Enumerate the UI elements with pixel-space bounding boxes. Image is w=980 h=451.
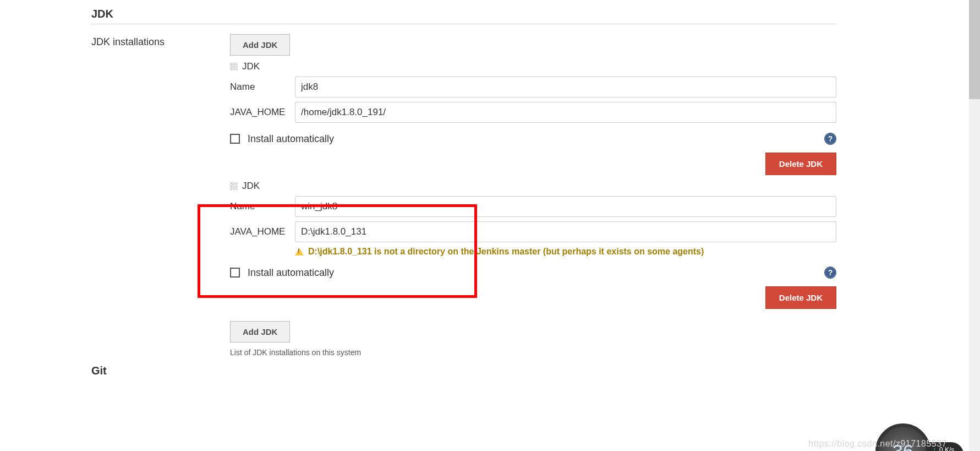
install-auto-row: Install automatically ? bbox=[230, 133, 836, 145]
install-auto-label[interactable]: Install automatically bbox=[248, 133, 334, 145]
javahome-field-row: JAVA_HOME bbox=[230, 221, 836, 242]
javahome-field-row: JAVA_HOME bbox=[230, 102, 836, 123]
jdk-home-input[interactable] bbox=[295, 221, 836, 242]
help-icon[interactable]: ? bbox=[824, 133, 836, 145]
section-heading-git: Git bbox=[91, 357, 836, 377]
jdk-name-input[interactable] bbox=[295, 196, 836, 217]
jdk-tool-block: JDK Name JAVA_HOME bbox=[230, 181, 836, 309]
jdk-tool-block: JDK Name JAVA_HOME bbox=[230, 61, 836, 175]
name-field-row: Name bbox=[230, 196, 836, 217]
delete-jdk-button[interactable]: Delete JDK bbox=[765, 153, 836, 175]
install-auto-label[interactable]: Install automatically bbox=[248, 267, 334, 279]
jdk-help-text: List of JDK installations on this system bbox=[230, 348, 836, 357]
jdk-name-input[interactable] bbox=[295, 77, 836, 97]
section-heading-jdk: JDK bbox=[91, 0, 836, 24]
section-jdk: JDK JDK installations Add JDK JDK Name bbox=[91, 0, 836, 357]
tool-header: JDK bbox=[230, 61, 836, 72]
jdk-home-input[interactable] bbox=[295, 102, 836, 123]
javahome-label: JAVA_HOME bbox=[230, 226, 295, 237]
warning-row: D:\jdk1.8.0_131 is not a directory on th… bbox=[295, 247, 836, 257]
tool-title: JDK bbox=[242, 181, 260, 192]
delete-jdk-button[interactable]: Delete JDK bbox=[765, 286, 836, 309]
jdk-installations-row: JDK installations Add JDK JDK Name bbox=[91, 24, 836, 357]
warning-icon bbox=[295, 248, 304, 256]
vertical-scrollbar[interactable] bbox=[969, 0, 980, 377]
warning-text: D:\jdk1.8.0_131 is not a directory on th… bbox=[308, 247, 704, 257]
drag-handle-icon[interactable] bbox=[230, 182, 238, 190]
tool-header: JDK bbox=[230, 181, 836, 192]
install-auto-checkbox[interactable] bbox=[230, 134, 240, 144]
install-auto-checkbox[interactable] bbox=[230, 268, 240, 278]
help-icon[interactable]: ? bbox=[824, 267, 836, 279]
add-jdk-button-bottom[interactable]: Add JDK bbox=[230, 321, 290, 343]
jdk-installations-label: JDK installations bbox=[91, 34, 230, 48]
scroll-thumb[interactable] bbox=[969, 0, 980, 99]
install-auto-row: Install automatically ? bbox=[230, 267, 836, 279]
add-jdk-button-top[interactable]: Add JDK bbox=[230, 34, 290, 56]
name-label: Name bbox=[230, 201, 295, 212]
tool-title: JDK bbox=[242, 61, 260, 72]
name-label: Name bbox=[230, 81, 295, 93]
drag-handle-icon[interactable] bbox=[230, 63, 238, 70]
javahome-label: JAVA_HOME bbox=[230, 107, 295, 118]
name-field-row: Name bbox=[230, 77, 836, 97]
section-git: Git bbox=[91, 357, 836, 377]
jdk-installations-body: Add JDK JDK Name JAVA_HOME bbox=[230, 34, 836, 357]
